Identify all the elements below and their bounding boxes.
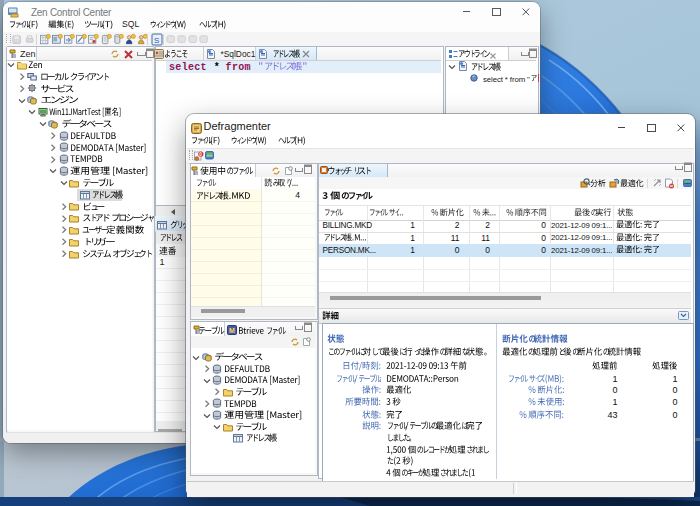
svg-text:S: S — [154, 36, 159, 45]
svg-text:M: M — [229, 327, 235, 334]
svg-text:0: 0 — [199, 152, 202, 157]
